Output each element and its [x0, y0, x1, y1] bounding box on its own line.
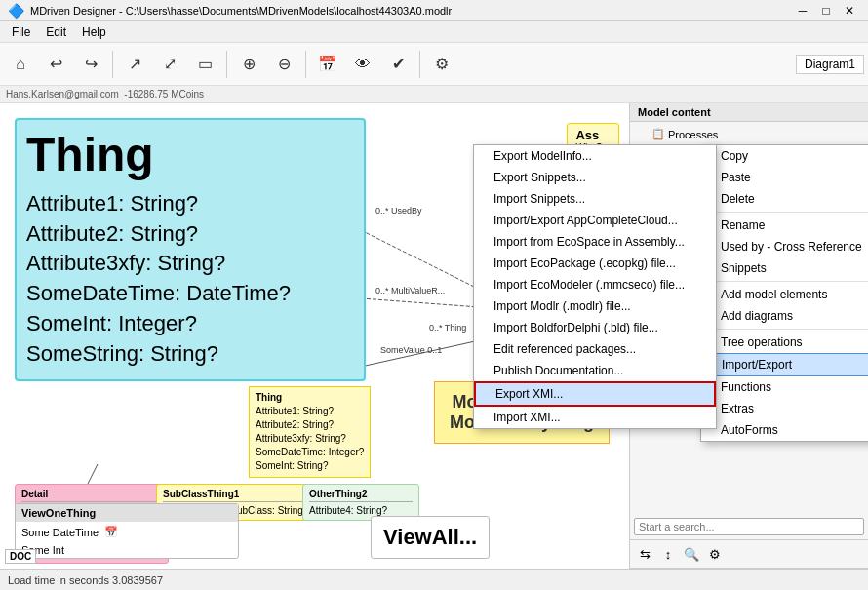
tree-tb-swap[interactable]: ⇆	[634, 543, 655, 565]
close-button[interactable]: ✕	[839, 1, 860, 20]
multi-value-label: 0..* MultiValueR...	[375, 286, 445, 295]
view-one-header: ViewOneThing	[16, 504, 238, 522]
diagram-label: Diagram1	[796, 55, 864, 74]
otherthing-title: OtherThing2	[309, 489, 413, 502]
sm-import-snippets[interactable]: Import Snippets...	[474, 188, 716, 210]
cm-import-export[interactable]: Import/Export	[701, 353, 868, 376]
sm-export-xmi[interactable]: Export XMI...	[474, 381, 716, 407]
calendar-button[interactable]: 📅	[311, 48, 344, 81]
redo-button[interactable]: ↪	[74, 48, 107, 81]
status-text: Load time in seconds 3.0839567	[8, 574, 163, 586]
menu-edit[interactable]: Edit	[38, 23, 74, 41]
thing-attr-1: Attribute2: String?	[26, 219, 354, 250]
sm-import-export-cloud[interactable]: Import/Export AppCompleteCloud...	[474, 210, 716, 231]
thing-label: 0..* Thing	[429, 323, 466, 333]
check-button[interactable]: ✔	[381, 48, 414, 81]
sm-publish-docs[interactable]: Publish Documentation...	[474, 360, 716, 381]
thing-title: Thing	[26, 130, 354, 181]
minimize-button[interactable]: ─	[792, 1, 813, 20]
zoom-in-button[interactable]: ⊕	[232, 48, 265, 81]
sm-export-modelinfo[interactable]: Export ModelInfo...	[474, 145, 716, 167]
thing-attrs: Attribute1: String? Attribute2: String? …	[26, 189, 354, 370]
cm-sep-3	[701, 329, 868, 330]
statusbar: Load time in seconds 3.0839567	[0, 569, 868, 590]
tooltip-line-0: Attribute1: String?	[256, 405, 364, 418]
tree-tb-sort[interactable]: ↕	[657, 543, 679, 565]
cm-add-model-elements[interactable]: Add model elements	[701, 284, 868, 305]
tooltip-line-2: Attribute3xfy: String?	[256, 432, 364, 446]
maximize-button[interactable]: □	[815, 1, 837, 20]
link-button[interactable]: ⤢	[153, 48, 186, 81]
cm-copy[interactable]: Copy Ctrl+C	[701, 145, 868, 167]
ass-title: Ass	[575, 128, 611, 142]
tree-toolbar: ⇆ ↕ 🔍 ⚙	[630, 540, 868, 569]
cursor-button[interactable]: ↗	[118, 48, 151, 81]
toolbar-separator-3	[305, 51, 306, 78]
sm-import-modlr[interactable]: Import Modlr (.modlr) file...	[474, 295, 716, 317]
userbar: Hans.Karlsen@gmail.com -16286.75 MCoins	[0, 86, 868, 103]
titlebar: 🔷 MDriven Designer - C:\Users\hasse\Docu…	[0, 0, 868, 21]
submenu[interactable]: Export ModelInfo... Export Snippets... I…	[473, 144, 717, 429]
toolbar-separator-1	[112, 51, 113, 78]
cm-tree-operations[interactable]: Tree operations	[701, 332, 868, 353]
thing-attr-3: SomeDateTime: DateTime?	[26, 279, 354, 309]
some-value-label: SomeValue 0..1	[380, 345, 442, 355]
menu-help[interactable]: Help	[74, 23, 114, 41]
tree-search	[630, 514, 868, 540]
search-input[interactable]	[634, 518, 864, 535]
title-text: MDriven Designer - C:\Users\hasse\Docume…	[30, 5, 452, 17]
user-balance: -16286.75 MCoins	[124, 89, 204, 99]
thing-box[interactable]: Thing Attribute1: String? Attribute2: St…	[15, 118, 366, 381]
menu-file[interactable]: File	[4, 23, 38, 41]
tree-item-processes[interactable]: 📋 Processes	[630, 126, 868, 142]
zoom-out-button[interactable]: ⊖	[267, 48, 300, 81]
cm-paste[interactable]: Paste Ctrl+V	[701, 167, 868, 188]
menubar: File Edit Help	[0, 21, 868, 43]
detail-title: Detail	[21, 489, 162, 502]
tooltip-line-1: Attribute2: String?	[256, 418, 364, 432]
cm-delete[interactable]: Delete Ctrl+Del	[701, 188, 868, 210]
cm-extras[interactable]: Extras	[701, 398, 868, 419]
app-icon: 🔷	[8, 3, 24, 19]
toolbar: ⌂ ↩ ↪ ↗ ⤢ ▭ ⊕ ⊖ 📅 👁 ✔ ⚙ Diagram1	[0, 43, 868, 86]
cm-rename[interactable]: Rename	[701, 215, 868, 236]
otherthing-attr-0: Attribute4: String?	[309, 505, 413, 516]
cm-used-by[interactable]: Used by - Cross Reference	[701, 236, 868, 257]
thing-attr-4: SomeInt: Integer?	[26, 309, 354, 339]
view-one-field1: Some DateTime	[21, 527, 99, 538]
cm-sep-1	[701, 212, 868, 213]
view-one-box[interactable]: ViewOneThing Some DateTime 📅 Some Int	[15, 503, 239, 559]
undo-button[interactable]: ↩	[39, 48, 72, 81]
sm-import-from-ecospace[interactable]: Import from EcoSpace in Assembly...	[474, 231, 716, 253]
sm-import-ecomodeler[interactable]: Import EcoModeler (.mmcseco) file...	[474, 274, 716, 295]
cm-autoforms[interactable]: AutoForms	[701, 419, 868, 441]
home-button[interactable]: ⌂	[4, 48, 37, 81]
thing-attr-2: Attribute3xfy: String?	[26, 249, 354, 279]
user-email: Hans.Karlsen@gmail.com	[6, 89, 119, 99]
context-menu[interactable]: Copy Ctrl+C Paste Ctrl+V Delete Ctrl+Del…	[700, 144, 868, 442]
thing-attr-0: Attribute1: String?	[26, 189, 354, 219]
cm-snippets[interactable]: Snippets	[701, 257, 868, 279]
settings-button[interactable]: ⚙	[425, 48, 458, 81]
cm-add-diagrams[interactable]: Add diagrams	[701, 305, 868, 327]
eye-button[interactable]: 👁	[346, 48, 379, 81]
sm-export-snippets[interactable]: Export Snippets...	[474, 167, 716, 188]
tree-tb-search[interactable]: 🔍	[681, 543, 702, 565]
view-one-field2: Some Int	[16, 542, 238, 558]
sm-import-xmi[interactable]: Import XMI...	[474, 407, 716, 428]
tooltip-line-3: SomeDateTime: Integer?	[256, 446, 364, 459]
tree-tb-settings[interactable]: ⚙	[704, 543, 726, 565]
rect-button[interactable]: ▭	[188, 48, 221, 81]
sm-import-ecopackage[interactable]: Import EcoPackage (.ecopkg) file...	[474, 253, 716, 274]
toolbar-separator-2	[226, 51, 227, 78]
view-all-box[interactable]: ViewAll...	[371, 516, 490, 559]
tooltip-line-4: SomeInt: String?	[256, 459, 364, 473]
processes-icon: 📋	[651, 128, 665, 140]
cm-functions[interactable]: Functions	[701, 376, 868, 398]
sm-edit-referenced[interactable]: Edit referenced packages...	[474, 338, 716, 360]
svg-line-4	[88, 464, 98, 484]
sm-import-bolddelphi[interactable]: Import BoldforDelphi (.bld) file...	[474, 317, 716, 338]
doc-badge: DOC	[5, 549, 36, 564]
tree-label-processes: Processes	[668, 129, 718, 140]
view-all-label: ViewAll...	[383, 525, 477, 549]
